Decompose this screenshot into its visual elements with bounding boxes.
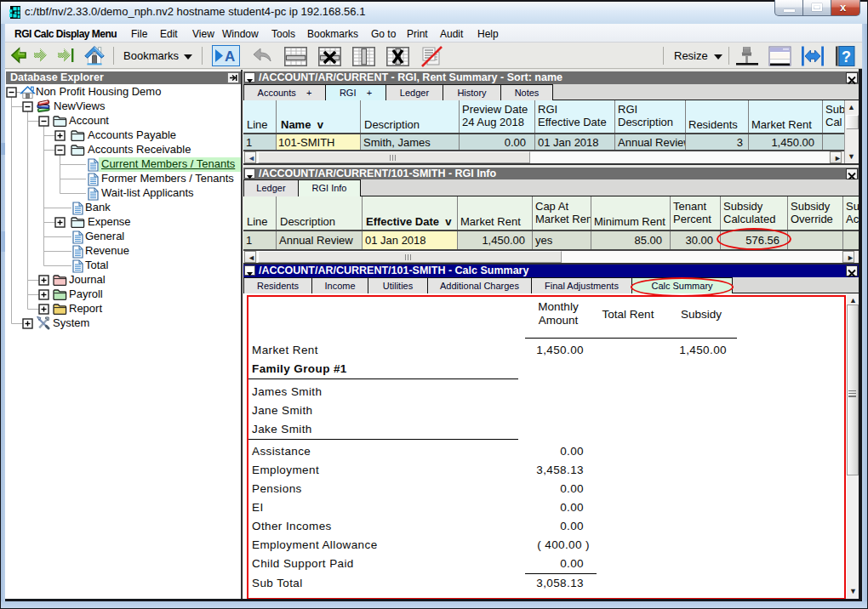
- svg-text:?: ?: [842, 48, 851, 65]
- svg-text:A: A: [225, 48, 235, 63]
